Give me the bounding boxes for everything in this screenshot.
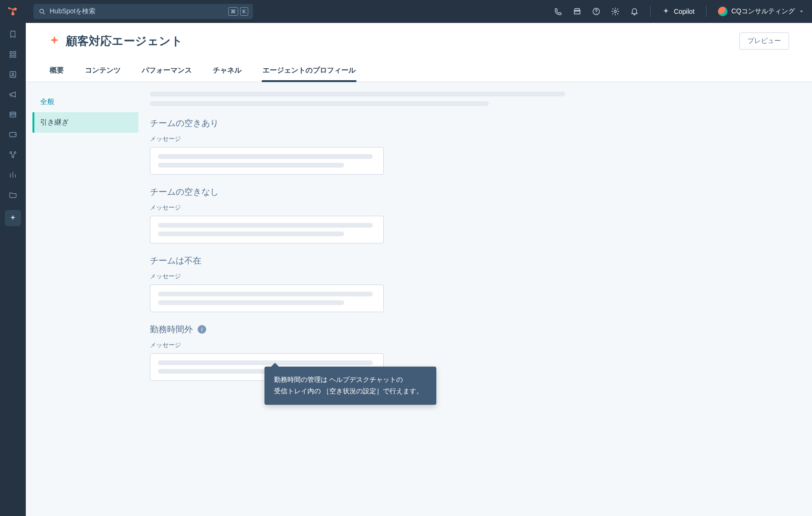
global-search[interactable]: HubSpotを検索 ⌘ K <box>33 4 253 19</box>
reports-icon[interactable] <box>8 170 18 179</box>
chevron-down-icon <box>799 9 804 14</box>
skeleton-line <box>150 101 489 106</box>
field-label-message: メッセージ <box>150 341 584 349</box>
skeleton-line <box>158 300 344 305</box>
sparkle-icon <box>49 35 60 47</box>
info-icon[interactable]: i <box>198 325 206 334</box>
bookmarks-icon[interactable] <box>8 30 18 39</box>
search-placeholder: HubSpotを検索 <box>50 7 228 16</box>
contacts-icon[interactable] <box>8 70 18 79</box>
skeleton-line <box>158 232 344 236</box>
skeleton-line <box>150 92 565 96</box>
field-label-message: メッセージ <box>150 272 584 281</box>
left-rail <box>0 0 26 516</box>
avatar <box>718 7 728 16</box>
notifications-icon[interactable] <box>630 7 639 16</box>
field-label-message: メッセージ <box>150 203 584 212</box>
account-menu[interactable]: CQコンサルティング <box>718 7 804 16</box>
message-input-team-away[interactable] <box>150 284 384 312</box>
page-title: 顧客対応エージェント <box>49 33 183 49</box>
tab-agent-profile[interactable]: エージェントのプロフィール <box>262 61 357 82</box>
svg-point-12 <box>40 9 43 13</box>
topbar-icons <box>554 7 639 16</box>
marketplace-icon[interactable] <box>573 7 581 16</box>
account-name: CQコンサルティング <box>731 7 795 16</box>
search-icon <box>38 8 46 15</box>
workflows-icon[interactable] <box>8 150 18 159</box>
section-outside-hours: 勤務時間外 i <box>150 324 584 335</box>
sidenav-handoff[interactable]: 引き継ぎ <box>32 112 138 133</box>
settings-sidenav: 全般 引き継ぎ <box>26 82 145 516</box>
skeleton-line <box>158 223 373 228</box>
skeleton-line <box>158 163 344 168</box>
tab-performance[interactable]: パフォーマンス <box>141 61 193 82</box>
folder-icon[interactable] <box>8 190 18 200</box>
apps-grid-icon[interactable] <box>8 50 18 59</box>
library-icon[interactable] <box>8 110 18 119</box>
skeleton-line <box>158 292 373 296</box>
preview-button[interactable]: プレビュー <box>739 32 789 50</box>
phone-icon[interactable] <box>554 7 562 16</box>
svg-rect-7 <box>10 112 16 117</box>
business-hours-tooltip: 勤務時間の管理は ヘルプデスクチャットの 受信トレイ内の ［空き状況の設定］で行… <box>264 367 436 405</box>
svg-point-6 <box>12 73 13 74</box>
field-label-message: メッセージ <box>150 135 584 143</box>
section-team-available: チームの空きあり <box>150 117 584 129</box>
svg-rect-3 <box>9 8 14 10</box>
svg-point-0 <box>14 8 17 11</box>
settings-icon[interactable] <box>611 7 620 16</box>
tab-content[interactable]: コンテンツ <box>84 61 122 82</box>
hubspot-logo[interactable] <box>0 0 26 23</box>
ai-assistant-icon[interactable] <box>5 210 21 226</box>
tab-overview[interactable]: 概要 <box>49 61 65 82</box>
message-input-team-unavailable[interactable] <box>150 216 384 243</box>
sparkle-icon <box>662 8 670 15</box>
sidenav-general[interactable]: 全般 <box>32 92 138 112</box>
page-header: 顧客対応エージェント プレビュー 概要 コンテンツ パフォーマンス チャネル エ… <box>26 23 812 82</box>
skeleton-line <box>158 154 373 159</box>
section-team-away: チームは不在 <box>150 255 584 266</box>
tab-channel[interactable]: チャネル <box>212 61 243 82</box>
message-input-team-available[interactable] <box>150 147 384 175</box>
wallet-icon[interactable] <box>8 130 18 139</box>
svg-point-14 <box>614 11 617 13</box>
help-icon[interactable] <box>592 7 601 16</box>
topbar: HubSpotを検索 ⌘ K Copilot <box>26 0 812 23</box>
copilot-button[interactable]: Copilot <box>662 8 695 15</box>
section-team-unavailable: チームの空きなし <box>150 186 584 198</box>
search-shortcut: ⌘ K <box>228 7 248 16</box>
marketing-icon[interactable] <box>8 90 18 99</box>
tabs: 概要 コンテンツ パフォーマンス チャネル エージェントのプロフィール <box>49 61 789 82</box>
form-area: チームの空きあり メッセージ チームの空きなし メッセージ チームは不在 メッセ… <box>145 82 603 516</box>
skeleton-line <box>158 360 373 365</box>
copilot-label: Copilot <box>674 8 695 15</box>
